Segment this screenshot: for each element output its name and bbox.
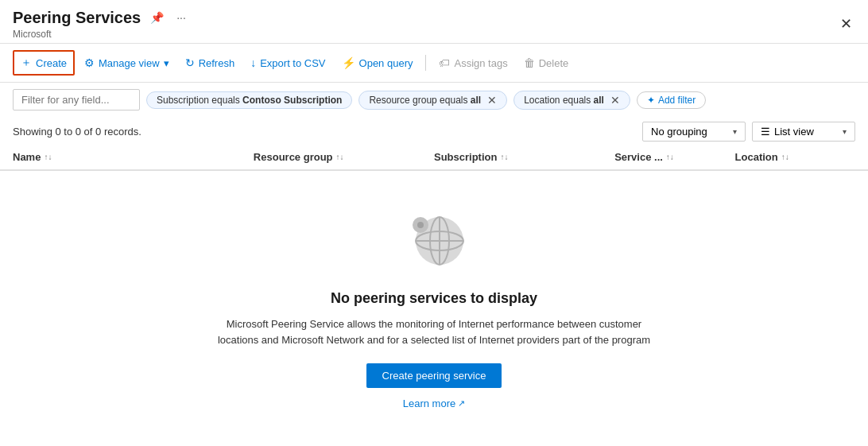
toolbar: ＋ Create ⚙ Manage view ▾ ↻ Refresh ↓ Exp…: [0, 44, 868, 83]
title-text: Peering Services: [13, 9, 141, 27]
download-icon: ↓: [250, 56, 256, 69]
subscription-sort-icon: ↑↓: [500, 153, 508, 161]
location-filter-close[interactable]: ✕: [610, 94, 620, 107]
filter-input[interactable]: [13, 89, 140, 111]
resource-group-filter-tag: Resource group equals all ✕: [358, 91, 507, 110]
records-count: Showing 0 to 0 of 0 records.: [13, 126, 141, 138]
col-service[interactable]: Service ... ↑↓: [614, 151, 734, 163]
subscription-filter-tag: Subscription equals Contoso Subscription: [146, 91, 352, 109]
col-location[interactable]: Location ↑↓: [735, 151, 855, 163]
plus-icon: ＋: [21, 56, 32, 70]
info-bar: Showing 0 to 0 of 0 records. No grouping…: [0, 117, 868, 145]
tag-icon: 🏷: [439, 56, 450, 69]
empty-state-desc-text: Microsoft Peering Service allows the mon…: [218, 318, 650, 346]
list-view-label: List view: [774, 126, 814, 138]
table-header: Name ↑↓ Resource group ↑↓ Subscription ↑…: [0, 145, 868, 171]
resource-group-sort-icon: ↑↓: [336, 153, 344, 161]
location-sort-icon: ↑↓: [781, 153, 789, 161]
filters-bar: Subscription equals Contoso Subscription…: [0, 83, 868, 117]
empty-state: No peering services to display Microsoft…: [0, 171, 868, 441]
grouping-label: No grouping: [651, 126, 707, 138]
add-filter-label: Add filter: [658, 95, 696, 106]
trash-icon: 🗑: [524, 56, 535, 69]
list-view-dropdown[interactable]: ☰ List view ▾: [752, 122, 855, 142]
create-button[interactable]: ＋ Create: [13, 50, 75, 76]
name-sort-icon: ↑↓: [44, 153, 52, 161]
create-label: Create: [36, 57, 67, 69]
gear-icon: ⚙: [84, 56, 95, 69]
create-peering-service-button[interactable]: Create peering service: [366, 363, 502, 388]
refresh-label: Refresh: [199, 57, 235, 69]
empty-state-title: No peering services to display: [331, 290, 537, 307]
grouping-chevron-icon: ▾: [733, 127, 737, 136]
pin-icon[interactable]: 📌: [147, 8, 167, 27]
assign-tags-button[interactable]: 🏷 Assign tags: [432, 52, 513, 73]
export-button[interactable]: ↓ Export to CSV: [244, 52, 331, 73]
empty-state-description: Microsoft Peering Service allows the mon…: [211, 316, 657, 347]
page-subtitle: Microsoft: [13, 29, 189, 40]
page-title: Peering Services 📌 ···: [13, 8, 189, 27]
grouping-dropdown[interactable]: No grouping ▾: [642, 122, 746, 142]
open-query-button[interactable]: ⚡ Open query: [335, 52, 420, 73]
plus-filter-icon: ✦: [647, 95, 655, 106]
refresh-button[interactable]: ↻ Refresh: [179, 52, 242, 73]
resource-group-filter-close[interactable]: ✕: [487, 94, 497, 107]
export-label: Export to CSV: [260, 57, 325, 69]
query-icon: ⚡: [342, 56, 355, 69]
svg-point-6: [417, 222, 424, 228]
add-filter-button[interactable]: ✦ Add filter: [637, 91, 706, 109]
learn-more-label: Learn more: [403, 398, 455, 409]
globe-icon: [398, 203, 470, 274]
header-left: Peering Services 📌 ··· Microsoft: [13, 8, 189, 40]
close-button[interactable]: ✕: [837, 12, 855, 36]
location-filter-tag: Location equals all ✕: [513, 91, 630, 110]
delete-label: Delete: [539, 57, 569, 69]
open-query-label: Open query: [359, 57, 413, 69]
assign-tags-label: Assign tags: [454, 57, 507, 69]
col-resource-group[interactable]: Resource group ↑↓: [254, 151, 434, 163]
delete-button[interactable]: 🗑 Delete: [517, 52, 575, 73]
page-header: Peering Services 📌 ··· Microsoft ✕: [0, 0, 868, 44]
refresh-icon: ↻: [185, 56, 195, 69]
external-link-icon: ↗: [458, 398, 465, 409]
manage-view-button[interactable]: ⚙ Manage view ▾: [78, 52, 176, 73]
list-view-icon: ☰: [761, 126, 770, 138]
manage-view-label: Manage view: [99, 57, 160, 69]
learn-more-button[interactable]: Learn more ↗: [403, 398, 465, 409]
list-view-chevron-icon: ▾: [843, 127, 847, 136]
toolbar-divider: [425, 55, 426, 71]
col-subscription[interactable]: Subscription ↑↓: [434, 151, 614, 163]
more-options-icon[interactable]: ···: [173, 8, 189, 27]
col-name[interactable]: Name ↑↓: [13, 151, 254, 163]
view-controls: No grouping ▾ ☰ List view ▾: [642, 122, 855, 142]
service-sort-icon: ↑↓: [666, 153, 674, 161]
chevron-down-icon: ▾: [164, 57, 169, 69]
